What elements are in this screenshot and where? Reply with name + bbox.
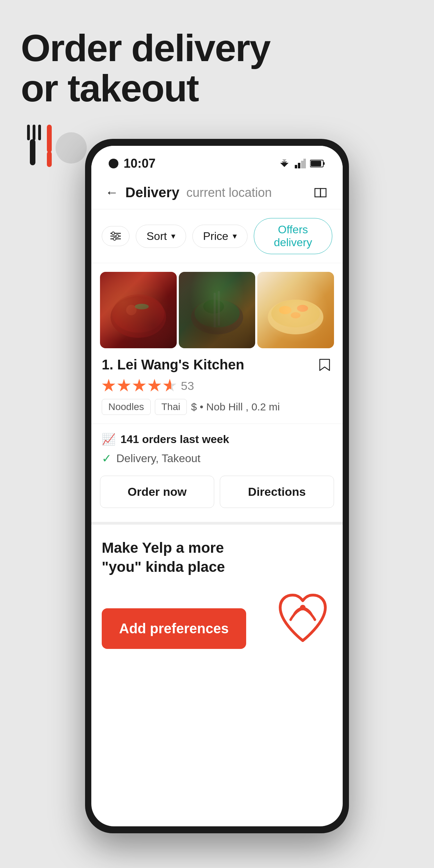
svg-point-35 (272, 300, 320, 327)
tag-noodles[interactable]: Noodles (102, 399, 151, 415)
svg-rect-15 (311, 161, 321, 166)
status-bar: 10:07 (91, 146, 343, 176)
svg-point-22 (112, 232, 115, 235)
svg-point-31 (203, 300, 224, 314)
offers-delivery-button[interactable]: Offers delivery (254, 218, 332, 254)
svg-point-27 (126, 305, 136, 315)
battery-icon (310, 159, 325, 168)
svg-rect-9 (295, 165, 297, 168)
food-image-1[interactable] (100, 272, 177, 348)
svg-point-34 (268, 300, 324, 334)
add-preferences-button[interactable]: Add preferences (102, 608, 246, 649)
sort-button[interactable]: Sort ▾ (136, 225, 186, 248)
trend-icon: 📈 (102, 433, 116, 446)
star-3 (132, 379, 146, 393)
orders-row: 📈 141 orders last week (91, 433, 343, 446)
phone-wrapper: 10:07 (85, 139, 349, 833)
svg-rect-16 (315, 189, 320, 197)
back-button[interactable]: ← (105, 185, 118, 200)
restaurant-info: 1. Lei Wang's Kitchen (91, 348, 343, 415)
filter-bar: Sort ▾ Price ▾ Offers delivery (91, 209, 343, 263)
divider (91, 424, 343, 424)
svg-rect-2 (38, 125, 41, 140)
restaurant-name: 1. Lei Wang's Kitchen (102, 357, 244, 373)
location-info: $ • Nob Hill , 0.2 mi (191, 401, 280, 413)
restaurant-name-row: 1. Lei Wang's Kitchen (102, 357, 332, 373)
phone-screen: 10:07 (91, 146, 343, 826)
svg-point-37 (297, 305, 308, 312)
price-button[interactable]: Price ▾ (192, 225, 248, 248)
svg-rect-14 (323, 162, 325, 165)
svg-point-24 (113, 237, 116, 240)
food-images (91, 263, 343, 348)
svg-point-23 (116, 235, 119, 237)
svg-rect-32 (214, 293, 216, 327)
star-4 (148, 379, 161, 393)
star-1 (102, 379, 116, 393)
svg-rect-3 (30, 139, 35, 165)
heart-logo-icon (273, 589, 332, 648)
tags-row: Noodles Thai $ • Nob Hill , 0.2 mi (102, 399, 332, 415)
sort-chevron-icon: ▾ (171, 231, 175, 241)
svg-point-36 (279, 306, 292, 314)
svg-point-39 (300, 605, 306, 610)
star-5-half (163, 379, 177, 393)
camera-dot (109, 159, 118, 168)
nav-bar: ← Delivery current location (91, 176, 343, 209)
status-time: 10:07 (124, 156, 156, 171)
status-icons (278, 159, 325, 168)
preferences-section: Make Yelp a more "you" kinda place Add p… (91, 522, 343, 659)
preferences-content: Add preferences (102, 589, 332, 649)
delivery-text: Delivery, Takeout (116, 452, 200, 465)
svg-rect-11 (301, 161, 303, 168)
action-buttons: Order now Directions (91, 476, 343, 508)
food-image-2[interactable] (179, 272, 256, 348)
sliders-icon (110, 231, 122, 241)
svg-point-25 (110, 296, 166, 338)
delivery-row: ✓ Delivery, Takeout (91, 451, 343, 465)
star-rating (102, 379, 177, 393)
bookmark-icon[interactable] (317, 357, 332, 373)
rating-row: 53 (102, 379, 332, 393)
svg-point-30 (194, 300, 240, 327)
svg-rect-10 (298, 163, 300, 168)
svg-marker-8 (282, 159, 286, 161)
heart-icon (273, 589, 332, 649)
svg-point-29 (191, 300, 243, 334)
food-image-3[interactable] (257, 272, 334, 348)
logo-circle (56, 132, 87, 164)
phone-frame: 10:07 (85, 139, 349, 833)
tag-thai[interactable]: Thai (155, 399, 187, 415)
svg-rect-33 (218, 291, 220, 326)
price-chevron-icon: ▾ (233, 231, 237, 241)
svg-rect-17 (320, 189, 326, 197)
filter-sliders-button[interactable] (102, 226, 130, 246)
signal-icon (295, 159, 306, 168)
map-icon[interactable] (314, 185, 329, 200)
nav-location: current location (186, 185, 307, 200)
star-2 (117, 379, 131, 393)
svg-point-38 (291, 312, 301, 318)
orders-text: 141 orders last week (120, 433, 229, 446)
page-title: Order delivery or takeout (21, 28, 413, 108)
directions-button[interactable]: Directions (220, 476, 334, 508)
nav-type: Delivery (125, 185, 180, 200)
page-background: Order delivery or takeout (0, 0, 434, 184)
wifi-icon (278, 159, 291, 168)
svg-rect-5 (47, 151, 52, 167)
preferences-title: Make Yelp a more "you" kinda place (102, 539, 332, 576)
svg-rect-0 (27, 125, 30, 140)
order-now-button[interactable]: Order now (100, 476, 214, 508)
review-count: 53 (181, 379, 194, 393)
svg-point-26 (112, 294, 164, 333)
svg-point-28 (135, 304, 149, 309)
svg-rect-12 (303, 159, 306, 168)
svg-rect-4 (47, 125, 52, 152)
check-icon: ✓ (102, 451, 111, 465)
restaurant-card: 1. Lei Wang's Kitchen (91, 263, 343, 518)
svg-rect-1 (33, 125, 35, 140)
